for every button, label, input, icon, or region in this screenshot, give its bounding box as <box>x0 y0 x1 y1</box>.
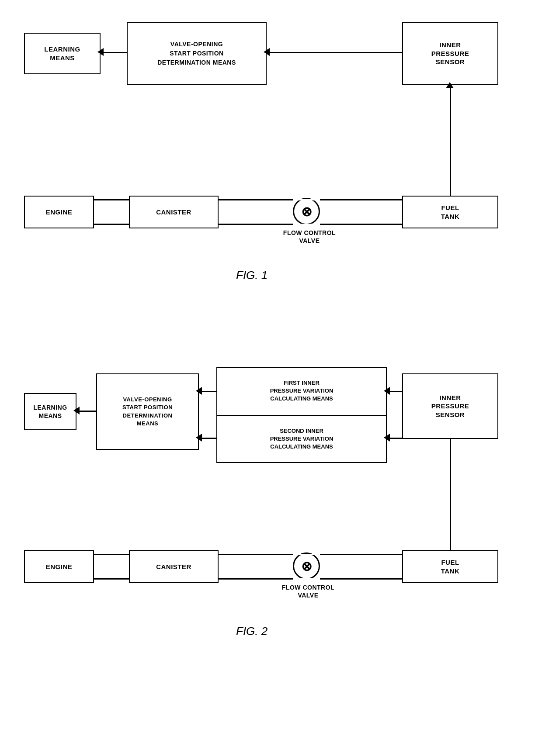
f1-dl-eng-can-t <box>94 199 129 200</box>
f2-canister: CANISTER <box>129 550 219 583</box>
f1-dl-can-val-b <box>219 224 293 225</box>
f2-dl-eng-can-b <box>94 578 129 580</box>
f2-valve-det: VALVE-OPENINGSTART POSITIONDETERMINATION… <box>96 373 199 450</box>
f2-dl-can-val-t <box>219 554 293 555</box>
f1-fueltank: FUELTANK <box>402 196 498 228</box>
f1-vert-sensor <box>450 85 451 205</box>
f1-title: FIG. 1 <box>236 269 268 282</box>
f2-fueltank: FUELTANK <box>402 550 498 583</box>
f1-valve: ⊗ <box>293 198 320 225</box>
f2-dl-val-ft-t <box>320 554 402 555</box>
f1-sensor: INNERPRESSURESENSOR <box>402 22 498 85</box>
f2-vert-sensor <box>450 439 451 550</box>
f1-arrow-line-sensor-valdet <box>267 52 402 53</box>
f2-arr-sensor-second <box>384 434 390 442</box>
f1-gap-t <box>293 199 320 200</box>
f2-arr-second-valdet <box>196 434 202 442</box>
f1-valve-det: VALVE-OPENINGSTART POSITIONDETERMINATION… <box>127 22 267 85</box>
f1-fcv-label: FLOW CONTROLVALVE <box>281 229 338 245</box>
clean-page: INNERPRESSURESENSOR VALVE-OPENINGSTART P… <box>0 0 542 756</box>
f1-dl-eng-can-b <box>94 224 129 225</box>
f1-arrowhead-valdet-learn <box>97 48 104 56</box>
f2-sensor: INNERPRESSURESENSOR <box>402 373 498 439</box>
f2-fcv-label: FLOW CONTROLVALVE <box>278 583 339 599</box>
f2-dl-eng-can-t <box>94 554 129 555</box>
f2-engine: ENGINE <box>24 550 94 583</box>
f1-canister: CANISTER <box>129 196 219 228</box>
f1-arrow-line-valdet-learn <box>101 52 127 53</box>
f2-first-text: FIRST INNERPRESSURE VARIATIONCALCULATING… <box>217 368 386 414</box>
f2-arr-sensor-first <box>384 387 390 395</box>
f2-valve: ⊗ <box>293 552 320 580</box>
f2-arr-first-valdet <box>196 387 202 395</box>
f1-dl-val-ft-t <box>320 199 402 200</box>
f2-second-text: SECOND INNERPRESSURE VARIATIONCALCULATIN… <box>217 416 386 462</box>
f2-dl-val-ft-b <box>320 578 402 580</box>
f2-arr-valdet-learn <box>73 407 80 414</box>
f1-arrowhead-sensor-valdet <box>264 48 270 56</box>
f1-gap-b <box>293 224 320 225</box>
f1-dl-val-ft-b <box>320 224 402 225</box>
f2-learning: LEARNINGMEANS <box>24 393 76 430</box>
f1-learning: LEARNINGMEANS <box>24 33 101 74</box>
f1-dl-can-val-t <box>219 199 293 200</box>
f1-arrowhead-up-sensor <box>446 82 454 88</box>
f1-engine: ENGINE <box>24 196 94 228</box>
f2-gap-t <box>293 554 320 555</box>
f2-title: FIG. 2 <box>236 625 268 638</box>
f2-dl-can-val-b <box>219 578 293 580</box>
f2-gap-b <box>293 578 320 580</box>
